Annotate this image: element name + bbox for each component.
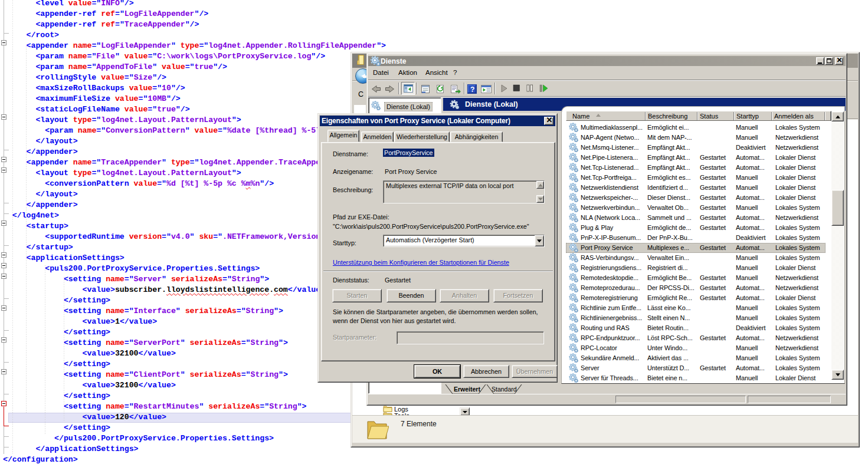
svg-text:Erweitert: Erweitert (454, 386, 480, 393)
svg-text:Standard: Standard (492, 386, 517, 393)
